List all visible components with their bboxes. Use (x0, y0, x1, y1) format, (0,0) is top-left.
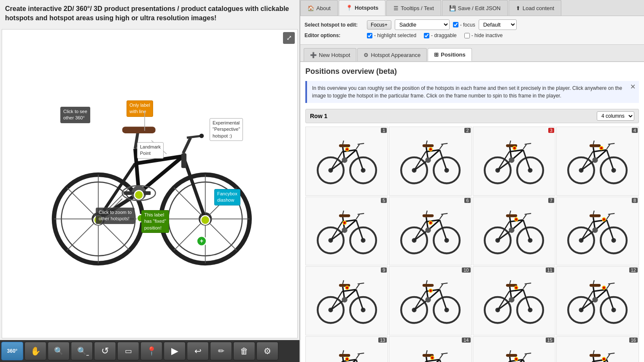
tab-hotspots[interactable]: 📍 Hotspots (339, 0, 385, 16)
frame-num-16[interactable]: 16 (629, 338, 638, 343)
hotspot-label-experimental[interactable]: Experimental"Perspective"hotspot :) (210, 118, 243, 141)
svg-line-79 (523, 150, 531, 170)
hide-inactive-label[interactable]: - hide inactive (464, 32, 503, 38)
frame-cell-12[interactable]: 12 (556, 266, 639, 335)
subtab-positions[interactable]: ⊞ Positions (428, 48, 472, 61)
hotspot-label-fancybox[interactable]: Fancyboxdiashow (214, 189, 240, 205)
svg-point-155 (593, 227, 598, 232)
toolbar-btn-pin[interactable]: 📍 (140, 342, 162, 360)
focus-checkbox-text: - focus (460, 22, 475, 28)
svg-line-49 (356, 150, 363, 170)
tab-load[interactable]: ⬆ Load content (509, 0, 561, 16)
hotspot-label-360[interactable]: Click to seeother 360° (60, 107, 90, 123)
frame-cell-8[interactable]: 8 (556, 197, 639, 266)
svg-line-114 (357, 213, 364, 214)
frame-cell-15[interactable]: 15 (473, 336, 555, 362)
toolbar-btn-play[interactable]: ▶ (164, 342, 186, 360)
frame-cell-13[interactable]: 13 (305, 336, 388, 362)
frame-num-7[interactable]: 7 (548, 198, 554, 203)
draggable-label[interactable]: - draggable (424, 32, 457, 38)
svg-line-124 (439, 220, 447, 240)
toolbar-btn-trash[interactable]: 🗑 (233, 342, 255, 360)
tab-tooltips[interactable]: ☰ Tooltips / Text (386, 0, 441, 16)
editor-options-label: Editor options: (304, 32, 364, 38)
fullscreen-button[interactable]: ⤢ (283, 32, 295, 44)
frame-cell-9[interactable]: 9 (305, 266, 388, 335)
canvas-area[interactable]: + Click to seeother 360° Only labelwith … (2, 29, 298, 338)
frame-cell-16[interactable]: 16 (556, 336, 639, 362)
tab-save[interactable]: 💾 Save / Edit JSON (442, 0, 508, 16)
svg-line-202 (510, 280, 511, 284)
svg-line-249 (441, 353, 447, 354)
frame-cell-6[interactable]: 6 (389, 197, 472, 266)
hotspot-dropdown[interactable]: Saddle Wheel Front Wheel Back Handle Fra… (395, 19, 450, 30)
toolbar-btn-settings[interactable]: ⚙ (256, 342, 278, 360)
focus-checkbox-label[interactable]: - focus (453, 22, 475, 28)
hotspot-label-zoom[interactable]: Click to zoom toother hotspots! (96, 208, 135, 224)
toolbar-btn-zoom-out[interactable]: 🔍− (71, 342, 93, 360)
subtab-new-hotspot[interactable]: ➕ New Hotspot (304, 48, 356, 61)
frame-num-1[interactable]: 1 (381, 128, 387, 133)
toolbar-btn-cursor[interactable]: ✏ (210, 342, 232, 360)
frame-cell-3[interactable]: 3 (473, 127, 555, 196)
frame-num-3[interactable]: 3 (548, 128, 554, 133)
toolbar-btn-zoom-in[interactable]: 🔍 (48, 342, 70, 360)
svg-line-52 (342, 140, 343, 144)
frame-num-15[interactable]: 15 (546, 338, 554, 343)
svg-rect-216 (590, 284, 601, 287)
frame-cell-2[interactable]: 2 (389, 127, 472, 196)
svg-line-109 (356, 220, 363, 240)
subtab-hotspot-appearance[interactable]: ⚙ Hotspot Appearance (357, 48, 427, 61)
hotspot-label-fixed[interactable]: This labelhas "fixed"position! (141, 210, 169, 233)
frame-cell-5[interactable]: 5 (305, 197, 388, 266)
frame-num-5[interactable]: 5 (381, 198, 387, 203)
info-box-close-button[interactable]: ✕ (630, 83, 636, 91)
toolbar-btn-360[interactable]: 360° (1, 342, 23, 360)
frame-num-12[interactable]: 12 (629, 267, 638, 273)
frame-num-9[interactable]: 9 (381, 267, 387, 273)
frame-num-6[interactable]: 6 (464, 198, 470, 203)
hide-inactive-checkbox[interactable] (464, 33, 470, 38)
frame-cell-4[interactable]: 4 (556, 127, 639, 196)
toolbar-btn-reset[interactable]: ↺ (94, 342, 116, 360)
highlight-label[interactable]: - highlight selected (367, 32, 416, 38)
frame-hotspot-15 (514, 357, 518, 361)
frame-num-10[interactable]: 10 (462, 267, 470, 273)
pin-icon: 📍 (346, 5, 353, 11)
svg-line-203 (523, 284, 527, 289)
frame-cell-11[interactable]: 11 (473, 266, 555, 335)
frame-num-2[interactable]: 2 (464, 128, 470, 133)
toolbar-btn-back[interactable]: ↩ (187, 342, 209, 360)
frame-cell-7[interactable]: 7 (473, 197, 555, 266)
frame-hotspot-11 (514, 286, 518, 290)
subtab-positions-label: Positions (441, 51, 466, 58)
columns-dropdown[interactable]: 4 columns 3 columns 6 columns (597, 111, 634, 121)
info-text: In this overview you can roughly set the… (312, 85, 622, 99)
focus-checkbox[interactable] (453, 22, 458, 27)
hotspot-label-landmark[interactable]: LandmarkPoint (137, 142, 164, 159)
frame-cell-10[interactable]: 10 (389, 266, 472, 335)
frame-num-8[interactable]: 8 (632, 198, 638, 203)
frame-num-13[interactable]: 13 (378, 338, 387, 343)
svg-line-127 (426, 211, 427, 214)
frame-num-4[interactable]: 4 (632, 128, 638, 133)
default-dropdown[interactable]: Default Option 1 (479, 19, 517, 30)
frame-num-11[interactable]: 11 (546, 267, 554, 273)
toolbar-btn-pan[interactable]: ✋ (24, 342, 46, 360)
svg-point-65 (425, 157, 431, 163)
focus-button[interactable]: Focus+ (367, 20, 391, 30)
svg-line-172 (342, 280, 343, 284)
highlight-checkbox[interactable] (367, 33, 372, 38)
hotspot-label-onlylabel[interactable]: Only labelwith line (127, 100, 153, 117)
mini-bike-svg-1 (312, 132, 382, 190)
svg-rect-186 (423, 284, 434, 287)
tab-about[interactable]: 🏠 About (300, 0, 338, 16)
svg-point-32 (134, 190, 143, 199)
frame-cell-1[interactable]: 1 (305, 127, 388, 196)
toolbar-btn-screen[interactable]: ▭ (117, 342, 139, 360)
right-panel: 🏠 About 📍 Hotspots ☰ Tooltips / Text 💾 S… (299, 0, 644, 362)
frame-cell-14[interactable]: 14 (389, 336, 472, 362)
frame-num-14[interactable]: 14 (462, 338, 470, 343)
svg-line-279 (608, 353, 614, 354)
draggable-checkbox[interactable] (424, 33, 429, 38)
